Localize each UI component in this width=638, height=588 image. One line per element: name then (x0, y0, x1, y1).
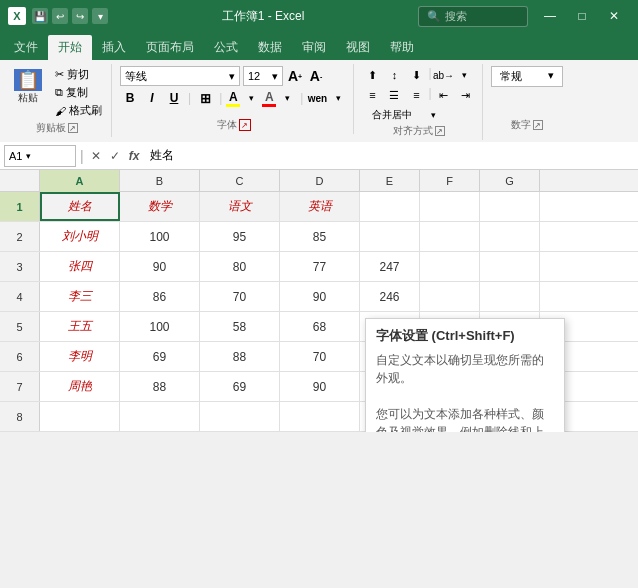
cell-E4[interactable]: 246 (360, 282, 420, 311)
merge-cells-button[interactable]: 合并居中 (362, 106, 422, 124)
cell-A2[interactable]: 刘小明 (40, 222, 120, 251)
cut-button[interactable]: ✂剪切 (52, 66, 105, 83)
tab-insert[interactable]: 插入 (92, 35, 136, 60)
cell-G1[interactable] (480, 192, 540, 221)
cell-C4[interactable]: 70 (200, 282, 280, 311)
cell-B1[interactable]: 数学 (120, 192, 200, 221)
formula-input[interactable]: 姓名 (146, 147, 634, 164)
cell-D5[interactable]: 68 (280, 312, 360, 341)
cell-A5[interactable]: 王五 (40, 312, 120, 341)
tab-home[interactable]: 开始 (48, 35, 92, 60)
font-color-button[interactable]: A (262, 90, 276, 107)
cell-D6[interactable]: 70 (280, 342, 360, 371)
merge-cells-dropdown[interactable]: ▾ (424, 106, 442, 124)
increase-font-size-button[interactable]: A+ (286, 67, 304, 85)
fill-color-button[interactable]: A (226, 90, 240, 107)
fill-color-dropdown[interactable]: ▾ (242, 89, 260, 107)
increase-indent-button[interactable]: ⇥ (456, 86, 476, 104)
cell-C8[interactable] (200, 402, 280, 431)
cell-D1[interactable]: 英语 (280, 192, 360, 221)
align-top-button[interactable]: ⬆ (362, 66, 382, 84)
wrap-text-button[interactable]: wen (307, 88, 327, 108)
cell-G4[interactable] (480, 282, 540, 311)
tab-file[interactable]: 文件 (4, 35, 48, 60)
clipboard-launcher[interactable]: ↗ (68, 123, 78, 133)
col-header-D[interactable]: D (280, 170, 360, 192)
cell-B8[interactable] (120, 402, 200, 431)
cell-A8[interactable] (40, 402, 120, 431)
cell-D7[interactable]: 90 (280, 372, 360, 401)
insert-function-icon[interactable]: fx (126, 148, 143, 164)
align-right-button[interactable]: ≡ (406, 86, 426, 104)
save-button[interactable]: 💾 (32, 8, 48, 24)
cell-C6[interactable]: 88 (200, 342, 280, 371)
cell-A4[interactable]: 李三 (40, 282, 120, 311)
tab-formula[interactable]: 公式 (204, 35, 248, 60)
format-painter-button[interactable]: 🖌格式刷 (52, 102, 105, 119)
cell-F3[interactable] (420, 252, 480, 281)
wrap-text-dropdown[interactable]: ▾ (329, 89, 347, 107)
text-direction-dropdown[interactable]: ▾ (456, 66, 474, 84)
redo-button[interactable]: ↪ (72, 8, 88, 24)
cell-F1[interactable] (420, 192, 480, 221)
cell-E2[interactable] (360, 222, 420, 251)
font-color-dropdown[interactable]: ▾ (278, 89, 296, 107)
decrease-indent-button[interactable]: ⇤ (434, 86, 454, 104)
italic-button[interactable]: I (142, 88, 162, 108)
cell-D2[interactable]: 85 (280, 222, 360, 251)
font-name-selector[interactable]: 等线 ▾ (120, 66, 240, 86)
border-button[interactable]: ⊞ (195, 88, 215, 108)
close-button[interactable]: ✕ (598, 0, 630, 32)
cell-E1[interactable] (360, 192, 420, 221)
align-left-button[interactable]: ≡ (362, 86, 382, 104)
cell-B5[interactable]: 100 (120, 312, 200, 341)
tab-help[interactable]: 帮助 (380, 35, 424, 60)
col-header-B[interactable]: B (120, 170, 200, 192)
number-launcher[interactable]: ↗ (533, 120, 543, 130)
tab-data[interactable]: 数据 (248, 35, 292, 60)
cell-C2[interactable]: 95 (200, 222, 280, 251)
tab-review[interactable]: 审阅 (292, 35, 336, 60)
decrease-font-size-button[interactable]: A- (307, 67, 325, 85)
cell-D3[interactable]: 77 (280, 252, 360, 281)
customize-button[interactable]: ▾ (92, 8, 108, 24)
col-header-G[interactable]: G (480, 170, 540, 192)
text-direction-button[interactable]: ab→ (434, 66, 454, 84)
cell-C3[interactable]: 80 (200, 252, 280, 281)
cell-D4[interactable]: 90 (280, 282, 360, 311)
font-size-selector[interactable]: 12 ▾ (243, 66, 283, 86)
align-center-button[interactable]: ☰ (384, 86, 404, 104)
cell-F2[interactable] (420, 222, 480, 251)
copy-button[interactable]: ⧉复制 (52, 84, 105, 101)
undo-button[interactable]: ↩ (52, 8, 68, 24)
cell-F4[interactable] (420, 282, 480, 311)
col-header-E[interactable]: E (360, 170, 420, 192)
cell-C1[interactable]: 语文 (200, 192, 280, 221)
tab-view[interactable]: 视图 (336, 35, 380, 60)
cell-B3[interactable]: 90 (120, 252, 200, 281)
search-box[interactable]: 🔍 搜索 (418, 6, 528, 27)
cancel-formula-icon[interactable]: ✕ (88, 148, 104, 164)
cell-A6[interactable]: 李明 (40, 342, 120, 371)
cell-E3[interactable]: 247 (360, 252, 420, 281)
number-format-selector[interactable]: 常规 ▾ (491, 66, 563, 87)
cell-D8[interactable] (280, 402, 360, 431)
cell-C5[interactable]: 58 (200, 312, 280, 341)
maximize-button[interactable]: □ (566, 0, 598, 32)
cell-G3[interactable] (480, 252, 540, 281)
cell-A7[interactable]: 周艳 (40, 372, 120, 401)
align-middle-button[interactable]: ↕ (384, 66, 404, 84)
cell-B7[interactable]: 88 (120, 372, 200, 401)
cell-A3[interactable]: 张四 (40, 252, 120, 281)
col-header-F[interactable]: F (420, 170, 480, 192)
cell-G2[interactable] (480, 222, 540, 251)
name-box[interactable]: A1 ▾ (4, 145, 76, 167)
minimize-button[interactable]: — (534, 0, 566, 32)
tab-page-layout[interactable]: 页面布局 (136, 35, 204, 60)
alignment-launcher[interactable]: ↗ (435, 126, 445, 136)
confirm-formula-icon[interactable]: ✓ (107, 148, 123, 164)
col-header-C[interactable]: C (200, 170, 280, 192)
cell-B6[interactable]: 69 (120, 342, 200, 371)
col-header-A[interactable]: A (40, 170, 120, 192)
cell-A1[interactable]: 姓名 (40, 192, 120, 221)
